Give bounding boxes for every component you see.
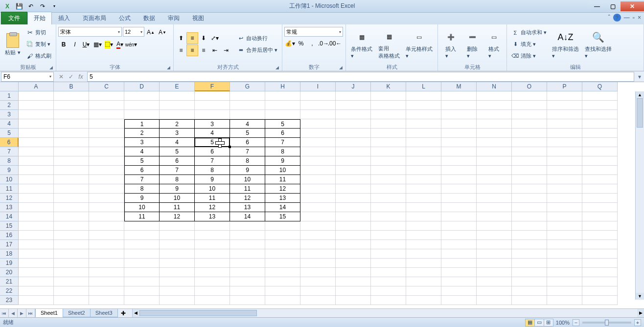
cell-Q12[interactable]	[582, 194, 618, 203]
cell-A11[interactable]	[19, 184, 54, 194]
name-box[interactable]: F6▾	[1, 72, 54, 82]
cell-G5[interactable]: 5	[230, 129, 265, 138]
cell-E21[interactable]	[160, 277, 195, 286]
cell-I21[interactable]	[300, 277, 336, 286]
cell-D4[interactable]: 1	[124, 119, 160, 129]
cell-D12[interactable]: 9	[124, 194, 160, 203]
cell-E2[interactable]	[160, 101, 195, 110]
cell-B14[interactable]	[54, 212, 89, 221]
cell-O15[interactable]	[512, 221, 547, 231]
row-header-1[interactable]: 1	[0, 91, 19, 101]
cell-N18[interactable]	[477, 249, 512, 259]
cell-F18[interactable]	[195, 249, 230, 259]
cell-E23[interactable]	[160, 296, 195, 305]
window-close-icon[interactable]: ×	[638, 14, 641, 21]
cell-F8[interactable]: 7	[195, 156, 230, 166]
cell-G13[interactable]: 13	[230, 203, 265, 212]
cell-B18[interactable]	[54, 249, 89, 259]
insert-function-button[interactable]: fx	[76, 73, 85, 80]
cell-P10[interactable]	[547, 175, 582, 184]
cell-Q17[interactable]	[582, 240, 618, 249]
cell-P14[interactable]	[547, 212, 582, 221]
cell-N14[interactable]	[477, 212, 512, 221]
cell-C3[interactable]	[89, 110, 124, 119]
cell-J7[interactable]	[336, 147, 371, 156]
row-header-3[interactable]: 3	[0, 110, 19, 119]
cell-D10[interactable]: 7	[124, 175, 160, 184]
cancel-formula-button[interactable]: ✕	[57, 73, 66, 80]
cell-C2[interactable]	[89, 101, 124, 110]
cell-M1[interactable]	[441, 91, 477, 101]
cell-N22[interactable]	[477, 286, 512, 296]
cell-A19[interactable]	[19, 259, 54, 268]
cell-O20[interactable]	[512, 268, 547, 277]
cell-B5[interactable]	[54, 129, 89, 138]
row-header-8[interactable]: 8	[0, 156, 19, 166]
cell-H23[interactable]	[265, 296, 300, 305]
cell-K18[interactable]	[371, 249, 406, 259]
row-header-10[interactable]: 10	[0, 175, 19, 184]
cell-A7[interactable]	[19, 147, 54, 156]
cell-E16[interactable]	[160, 231, 195, 240]
cell-H8[interactable]: 9	[265, 156, 300, 166]
cell-P20[interactable]	[547, 268, 582, 277]
cell-M8[interactable]	[441, 156, 477, 166]
cell-H17[interactable]	[265, 240, 300, 249]
cell-B21[interactable]	[54, 277, 89, 286]
cell-L7[interactable]	[406, 147, 441, 156]
cell-P1[interactable]	[547, 91, 582, 101]
cell-L3[interactable]	[406, 110, 441, 119]
align-middle-button[interactable]: ≡	[187, 33, 198, 44]
cell-Q23[interactable]	[582, 296, 618, 305]
cell-B8[interactable]	[54, 156, 89, 166]
cell-N1[interactable]	[477, 91, 512, 101]
decrease-decimal-button[interactable]: .00←	[329, 38, 340, 49]
cell-I22[interactable]	[300, 286, 336, 296]
cell-G14[interactable]: 14	[230, 212, 265, 221]
cell-M18[interactable]	[441, 249, 477, 259]
cell-O6[interactable]	[512, 138, 547, 147]
cell-L23[interactable]	[406, 296, 441, 305]
row-header-16[interactable]: 16	[0, 231, 19, 240]
column-header-N[interactable]: N	[477, 82, 512, 91]
tab-insert[interactable]: 插入	[52, 12, 76, 24]
row-header-21[interactable]: 21	[0, 277, 19, 286]
cell-H10[interactable]: 11	[265, 175, 300, 184]
clear-button[interactable]: ⌫清除 ▾	[510, 51, 548, 62]
tab-view[interactable]: 视图	[186, 12, 210, 24]
cell-J3[interactable]	[336, 110, 371, 119]
cell-Q14[interactable]	[582, 212, 618, 221]
row-header-20[interactable]: 20	[0, 268, 19, 277]
page-break-view-button[interactable]: ⊞	[544, 319, 553, 327]
cells-area[interactable]: 1234523456345674567856789678910789101189…	[19, 91, 635, 300]
cell-F7[interactable]: 6	[195, 147, 230, 156]
cell-J10[interactable]	[336, 175, 371, 184]
cell-A18[interactable]	[19, 249, 54, 259]
cell-M10[interactable]	[441, 175, 477, 184]
excel-icon[interactable]: X	[2, 1, 13, 12]
cell-Q13[interactable]	[582, 203, 618, 212]
cell-O16[interactable]	[512, 231, 547, 240]
merge-center-button[interactable]: ⬌合并后居中 ▾	[235, 45, 279, 56]
cell-F5[interactable]: 4	[195, 129, 230, 138]
cell-L5[interactable]	[406, 129, 441, 138]
cell-E17[interactable]	[160, 240, 195, 249]
cell-F22[interactable]	[195, 286, 230, 296]
cell-I11[interactable]	[300, 184, 336, 194]
column-header-E[interactable]: E	[160, 82, 195, 91]
cell-L19[interactable]	[406, 259, 441, 268]
cell-P8[interactable]	[547, 156, 582, 166]
cell-D18[interactable]	[124, 249, 160, 259]
cell-J11[interactable]	[336, 184, 371, 194]
cell-G10[interactable]: 10	[230, 175, 265, 184]
minimize-ribbon-button[interactable]: ˆ	[608, 14, 610, 21]
cell-A8[interactable]	[19, 156, 54, 166]
cell-B2[interactable]	[54, 101, 89, 110]
zoom-out-button[interactable]: −	[573, 319, 579, 326]
cell-B11[interactable]	[54, 184, 89, 194]
column-header-D[interactable]: D	[124, 82, 160, 91]
row-header-18[interactable]: 18	[0, 249, 19, 259]
cell-I5[interactable]	[300, 129, 336, 138]
cell-Q3[interactable]	[582, 110, 618, 119]
alignment-dialog-launcher[interactable]: ◢	[274, 65, 280, 71]
